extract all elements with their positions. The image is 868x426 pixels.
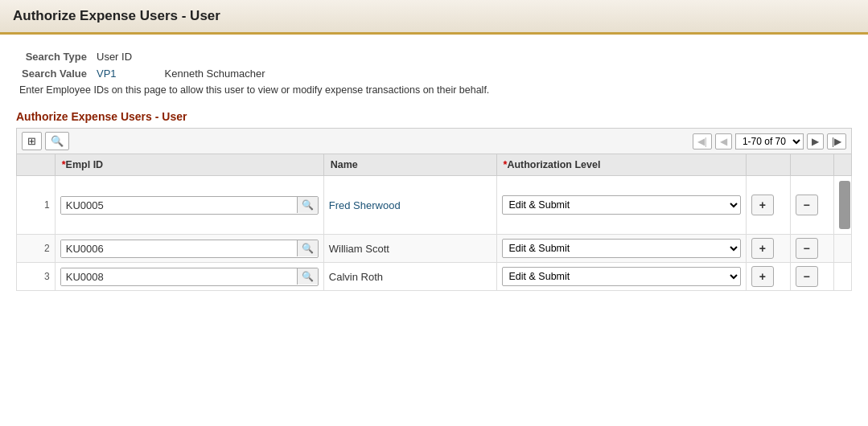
col-header-remove	[790, 154, 834, 176]
add-row-button[interactable]: +	[751, 195, 774, 215]
scrollbar-cell	[834, 263, 852, 291]
col-header-auth: *Authorization Level	[496, 154, 746, 176]
search-button[interactable]: 🔍	[45, 132, 69, 150]
col-header-emplid: *Empl ID	[55, 154, 323, 176]
lookup-button[interactable]: 🔍	[297, 197, 318, 213]
auth-level-select[interactable]: Edit & SubmitEdit OnlyView Only	[502, 195, 741, 215]
empl-id-input[interactable]	[61, 268, 297, 285]
empl-id-cell: 🔍	[55, 176, 323, 235]
col-header-add	[746, 154, 790, 176]
table-header-row: *Empl ID Name *Authorization Level	[17, 154, 852, 176]
required-star-emplid: *	[62, 159, 66, 170]
table-row: 2🔍William ScottEdit & SubmitEdit OnlyVie…	[17, 235, 852, 263]
page-header: Authorize Expense Users - User	[0, 0, 868, 35]
auth-level-select[interactable]: Edit & SubmitEdit OnlyView Only	[502, 239, 741, 258]
search-icon: 🔍	[51, 135, 64, 147]
auth-level-cell: Edit & SubmitEdit OnlyView Only	[496, 263, 746, 291]
add-row-cell: +	[746, 263, 790, 291]
search-type-value: User ID	[97, 51, 132, 63]
empl-id-cell: 🔍	[55, 235, 323, 263]
row-number: 2	[17, 235, 56, 263]
add-row-cell: +	[746, 235, 790, 263]
empl-id-input[interactable]	[61, 197, 297, 214]
search-value-label: Search Value	[16, 68, 97, 80]
section-title: Authorize Expense Users - User	[16, 110, 852, 123]
remove-row-cell: −	[790, 176, 834, 235]
table-row: 1🔍Fred SherwoodEdit & SubmitEdit OnlyVie…	[17, 176, 852, 235]
first-page-button[interactable]: ◀|	[693, 133, 712, 150]
auth-level-cell: Edit & SubmitEdit OnlyView Only	[496, 235, 746, 263]
search-user-name: Kenneth Schumacher	[165, 68, 265, 80]
remove-row-button[interactable]: −	[796, 266, 818, 287]
lookup-button[interactable]: 🔍	[297, 240, 318, 256]
col-header-name: Name	[323, 154, 496, 176]
required-star-auth: *	[504, 159, 508, 170]
empl-id-cell: 🔍	[55, 263, 323, 291]
name-cell: Calvin Roth	[323, 263, 496, 291]
lookup-button[interactable]: 🔍	[297, 268, 318, 285]
row-number: 3	[17, 263, 56, 291]
col-header-num	[17, 154, 56, 176]
scrollbar-thumb[interactable]	[839, 181, 850, 229]
name-link[interactable]: Fred Sherwood	[329, 199, 401, 211]
col-header-scroll	[834, 154, 852, 176]
auth-level-cell: Edit & SubmitEdit OnlyView Only	[496, 176, 746, 235]
empl-id-input[interactable]	[61, 240, 297, 257]
info-text: Enter Employee IDs on this page to allow…	[19, 84, 852, 96]
prev-page-button[interactable]: ◀	[715, 133, 732, 150]
search-type-row: Search Type User ID	[16, 51, 852, 63]
scrollbar-cell	[834, 235, 852, 263]
page-title: Authorize Expense Users - User	[13, 8, 855, 24]
content-area: Search Type User ID Search Value VP1 Ken…	[0, 35, 868, 299]
table-toolbar: ⊞ 🔍 ◀| ◀ 1-70 of 70 ▶ |▶	[16, 128, 852, 154]
scrollbar-cell	[834, 176, 852, 235]
page-select[interactable]: 1-70 of 70	[735, 133, 804, 150]
authorize-table: *Empl ID Name *Authorization Level 1🔍Fre…	[16, 154, 852, 291]
next-page-button[interactable]: ▶	[807, 133, 824, 150]
add-row-button[interactable]: +	[751, 238, 774, 259]
remove-row-button[interactable]: −	[796, 195, 818, 215]
toolbar-right: ◀| ◀ 1-70 of 70 ▶ |▶	[693, 133, 846, 150]
search-user-id: VP1	[97, 68, 117, 80]
table-row: 3🔍Calvin RothEdit & SubmitEdit OnlyView …	[17, 263, 852, 291]
add-row-cell: +	[746, 176, 790, 235]
name-text: Calvin Roth	[329, 271, 383, 283]
auth-level-select[interactable]: Edit & SubmitEdit OnlyView Only	[502, 267, 741, 286]
grid-view-button[interactable]: ⊞	[22, 132, 42, 150]
last-page-button[interactable]: |▶	[827, 133, 846, 150]
name-cell: William Scott	[323, 235, 496, 263]
grid-icon: ⊞	[27, 135, 36, 147]
toolbar-left: ⊞ 🔍	[22, 132, 69, 150]
search-info: Search Type User ID Search Value VP1 Ken…	[16, 51, 852, 96]
name-cell: Fred Sherwood	[323, 176, 496, 235]
search-type-label: Search Type	[16, 51, 97, 63]
remove-row-button[interactable]: −	[796, 238, 818, 259]
search-value-row: Search Value VP1 Kenneth Schumacher	[16, 68, 852, 80]
row-number: 1	[17, 176, 56, 235]
name-text: William Scott	[329, 243, 389, 255]
add-row-button[interactable]: +	[751, 266, 774, 287]
remove-row-cell: −	[790, 235, 834, 263]
remove-row-cell: −	[790, 263, 834, 291]
